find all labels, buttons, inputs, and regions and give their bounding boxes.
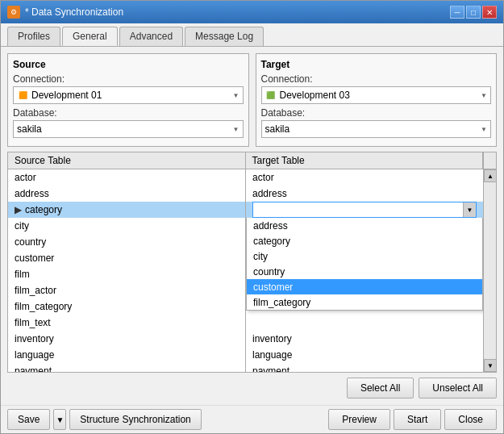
source-col-header: Source Table	[8, 152, 246, 169]
source-database-select[interactable]: sakila ▼	[13, 120, 244, 138]
target-col-header: Target Table	[246, 152, 484, 169]
table-row[interactable]	[246, 315, 483, 331]
dropdown-item-country[interactable]: country	[247, 264, 483, 279]
window-title: * Data Synchronization	[25, 6, 123, 18]
table-row[interactable]: film_actor	[8, 282, 245, 298]
source-conn-arrow-icon: ▼	[233, 92, 240, 99]
source-title: Source	[13, 59, 244, 70]
table-header: Source Table Target Table	[8, 152, 496, 169]
scroll-up-button[interactable]: ▲	[484, 169, 496, 182]
target-connection-label: Connection:	[261, 73, 492, 85]
target-database-select[interactable]: sakila ▼	[261, 120, 492, 138]
source-database-label: Database:	[13, 107, 244, 119]
row-arrow-icon: ▶	[15, 204, 22, 215]
window-controls: ─ □ ✕	[450, 6, 497, 19]
target-conn-arrow-icon: ▼	[481, 92, 487, 99]
dropdown-btn-arrow-icon: ▼	[467, 207, 473, 214]
table-row[interactable]: actor	[246, 169, 483, 186]
source-target-row: Source Connection: 🟧 Development 01 ▼ Da…	[7, 53, 497, 147]
table-scrollbar: ▲ ▼	[483, 169, 496, 372]
table-body: actor address ▶category city country cus…	[8, 169, 496, 372]
tab-profiles[interactable]: Profiles	[7, 27, 60, 46]
table-row[interactable]: film_category	[8, 298, 245, 315]
target-database-label: Database:	[261, 107, 492, 119]
table-row-category[interactable]: ▼	[246, 202, 483, 218]
target-panel: Target Connection: 🟩 Development 03 ▼ Da…	[256, 53, 498, 147]
category-dropdown-btn[interactable]: ▼	[463, 202, 476, 217]
table-row[interactable]: actor	[8, 169, 245, 186]
table-row[interactable]: address	[8, 186, 245, 202]
table-row[interactable]: film_text	[8, 315, 245, 331]
target-conn-icon: 🟩	[265, 90, 277, 101]
close-button[interactable]: Close	[444, 409, 497, 430]
source-panel: Source Connection: 🟧 Development 01 ▼ Da…	[7, 53, 249, 147]
dropdown-item-category[interactable]: category	[247, 233, 483, 248]
table-row[interactable]: inventory	[246, 331, 483, 347]
source-db-arrow-icon: ▼	[233, 126, 240, 133]
unselect-all-button[interactable]: Unselect All	[419, 378, 497, 399]
target-table-col: www.MaeDown.com actor address ▼	[246, 169, 483, 372]
title-bar-left: ⚙ * Data Synchronization	[7, 6, 123, 19]
maximize-button[interactable]: □	[466, 6, 481, 19]
dropdown-item-film-category[interactable]: film_category	[247, 294, 483, 310]
category-target-input[interactable]	[253, 202, 463, 217]
footer-bar: Save ▼ Structure Synchronization Preview…	[1, 405, 503, 433]
tab-bar: Profiles General Advanced Message Log	[1, 23, 503, 47]
table-row[interactable]: inventory	[8, 331, 245, 347]
table-section: Source Table Target Table actor address …	[7, 152, 497, 373]
source-conn-icon: 🟧	[17, 90, 28, 101]
save-dropdown-button[interactable]: ▼	[53, 409, 66, 430]
main-content: Source Connection: 🟧 Development 01 ▼ Da…	[1, 47, 503, 405]
title-bar: ⚙ * Data Synchronization ─ □ ✕	[1, 1, 503, 23]
tab-general[interactable]: General	[62, 27, 118, 46]
main-window: ⚙ * Data Synchronization ─ □ ✕ Profiles …	[0, 0, 504, 434]
tab-message-log[interactable]: Message Log	[185, 27, 264, 46]
source-connection-select[interactable]: 🟧 Development 01 ▼	[13, 86, 244, 104]
source-connection-label: Connection:	[13, 73, 244, 85]
table-row[interactable]: payment	[8, 363, 245, 372]
scroll-track	[484, 182, 496, 359]
table-row[interactable]: country	[8, 234, 245, 250]
tab-advanced[interactable]: Advanced	[119, 27, 183, 46]
table-row[interactable]: address	[246, 186, 483, 202]
table-row[interactable]: language	[246, 347, 483, 363]
target-db-arrow-icon: ▼	[481, 126, 487, 133]
dropdown-item-city[interactable]: city	[247, 248, 483, 264]
save-button[interactable]: Save	[7, 409, 50, 430]
save-dropdown-arrow-icon: ▼	[56, 415, 64, 424]
table-row[interactable]: city	[8, 218, 245, 234]
app-icon: ⚙	[7, 6, 20, 19]
close-window-button[interactable]: ✕	[482, 6, 497, 19]
dropdown-item-customer[interactable]: customer	[247, 279, 483, 294]
preview-button[interactable]: Preview	[328, 409, 390, 430]
source-table-col: actor address ▶category city country cus…	[8, 169, 246, 372]
select-all-button[interactable]: Select All	[347, 378, 414, 399]
table-row[interactable]: payment	[246, 363, 483, 372]
scroll-header-spacer	[483, 152, 496, 169]
table-row[interactable]: language	[8, 347, 245, 363]
bottom-buttons: Select All Unselect All	[7, 378, 497, 399]
category-dropdown-list: actor address category city country cust…	[246, 202, 483, 311]
scroll-down-button[interactable]: ▼	[484, 359, 496, 372]
table-row[interactable]: customer	[8, 250, 245, 266]
dropdown-scrollbar: ▲ ▼	[482, 202, 483, 310]
structure-sync-button[interactable]: Structure Synchronization	[69, 409, 201, 430]
table-row[interactable]: film	[8, 266, 245, 282]
target-title: Target	[261, 59, 492, 70]
table-row[interactable]: ▶category	[8, 202, 245, 218]
target-connection-select[interactable]: 🟩 Development 03 ▼	[261, 86, 492, 104]
minimize-button[interactable]: ─	[450, 6, 464, 19]
dropdown-item-address[interactable]: address	[247, 218, 483, 233]
start-button[interactable]: Start	[394, 409, 441, 430]
